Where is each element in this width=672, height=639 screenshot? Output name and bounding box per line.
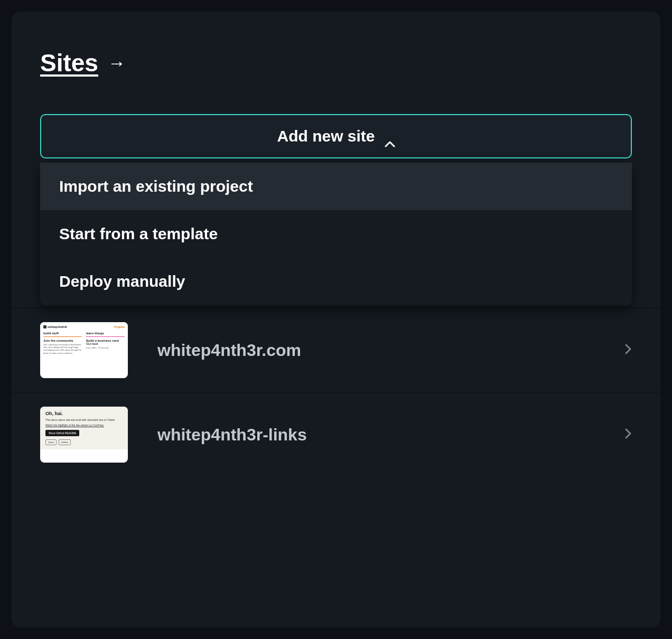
add-site-dropdown: Add new site Import an existing project … — [40, 114, 632, 158]
thumb-sub: This demo demo site was built with Jamst… — [45, 418, 123, 421]
thumb-nav: Projects — [114, 325, 125, 328]
site-name: whitep4nth3r.com — [157, 341, 595, 360]
site-row[interactable]: whitep4nth3r Projects build stuff Join t… — [12, 308, 660, 393]
thumb-meta: 6 Jun 2022 · 3 min read — [86, 346, 125, 349]
dropdown-item-import[interactable]: Import an existing project — [40, 163, 632, 210]
thumb-text: Join a growing community of developers w… — [43, 343, 82, 354]
sites-title-link[interactable]: Sites — [40, 49, 98, 77]
add-site-dropdown-menu: Import an existing project Start from a … — [40, 163, 632, 305]
add-new-site-label: Add new site — [277, 127, 375, 145]
thumb-brand: whitep4nth3r — [48, 325, 67, 328]
thumb-subheading: Build a business card CLI tool — [86, 339, 125, 345]
chevron-right-icon — [624, 428, 632, 441]
thumb-title: Oh, hai. — [45, 411, 123, 416]
chevron-right-icon — [624, 343, 632, 357]
dropdown-item-template[interactable]: Start from a template — [40, 210, 632, 258]
site-thumbnail: whitep4nth3r Projects build stuff Join t… — [40, 322, 128, 378]
site-row[interactable]: Oh, hai. This demo demo site was built w… — [12, 393, 660, 476]
thumb-badge: GitHub — [59, 439, 70, 445]
thumb-subheading: Join the community — [43, 339, 82, 342]
panel-header: Sites → — [40, 49, 632, 77]
add-new-site-button[interactable]: Add new site — [40, 114, 632, 158]
thumb-heading: build stuff — [43, 332, 82, 337]
dropdown-item-manual[interactable]: Deploy manually — [40, 258, 632, 305]
site-name: whitep4nth3r-links — [157, 425, 595, 445]
sites-panel: Sites → Add new site Import an existing … — [12, 12, 660, 627]
chevron-up-icon — [385, 133, 395, 139]
thumb-badge: Twitch — [45, 439, 57, 445]
site-thumbnail: Oh, hai. This demo demo site was built w… — [40, 407, 128, 463]
arrow-right-icon: → — [108, 53, 126, 73]
thumb-sub: Watch the highlight of the live stream o… — [45, 424, 123, 427]
thumb-heading: learn things — [86, 332, 125, 337]
thumb-btn: Show GitHub README — [45, 430, 79, 436]
